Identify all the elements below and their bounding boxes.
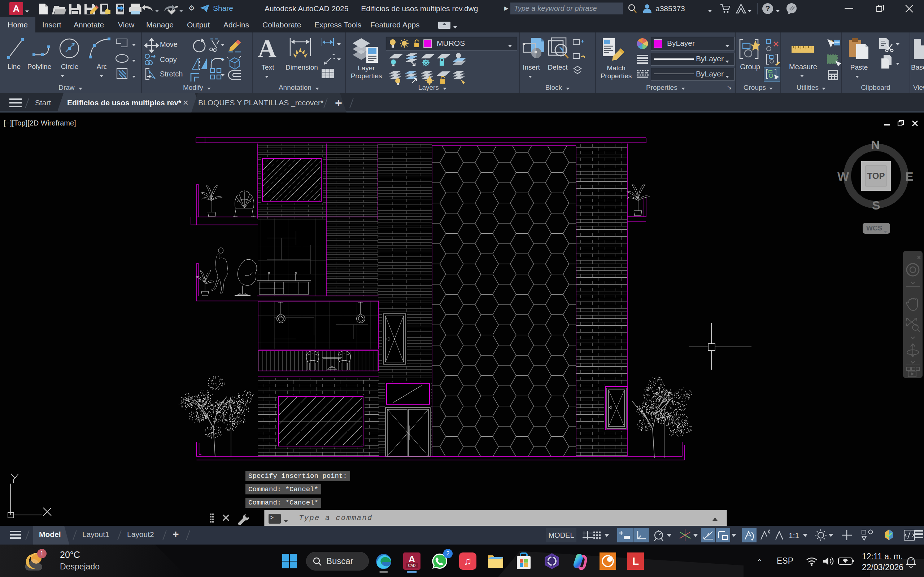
- svg-text:1:1: 1:1: [789, 531, 799, 540]
- svg-text:z: z: [911, 558, 913, 562]
